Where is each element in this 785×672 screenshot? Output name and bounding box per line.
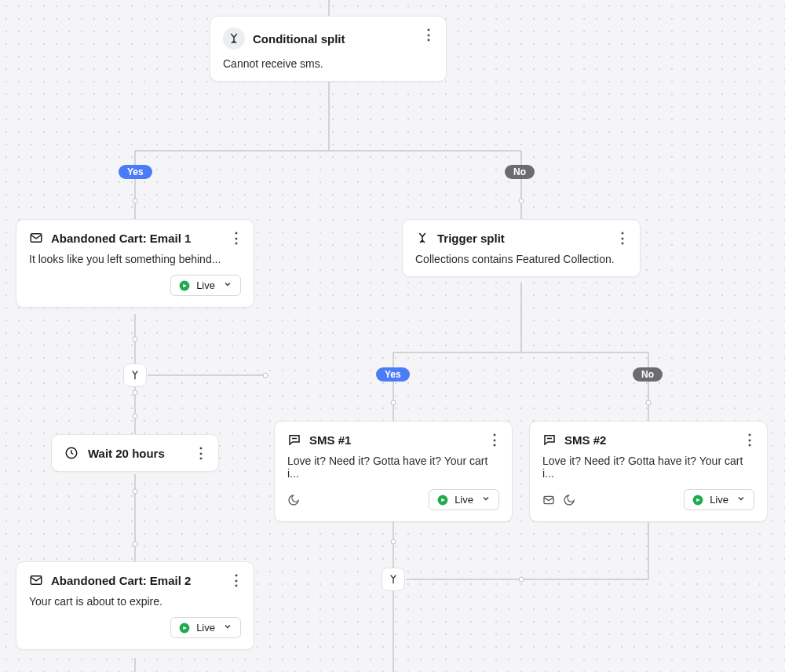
more-menu-button[interactable] bbox=[487, 432, 502, 447]
status-live-icon bbox=[179, 280, 190, 291]
node-wait[interactable]: Wait 20 hours bbox=[51, 434, 219, 472]
status-label: Live bbox=[710, 494, 728, 506]
node-email-2[interactable]: Abandoned Cart: Email 2 Your cart is abo… bbox=[16, 561, 254, 650]
wait-label: Wait 20 hours bbox=[88, 447, 165, 460]
card-title: Abandoned Cart: Email 1 bbox=[51, 232, 191, 245]
conn-dot bbox=[646, 400, 652, 406]
status-select[interactable]: Live bbox=[684, 489, 754, 510]
node-sms-2[interactable]: SMS #2 Love it? Need it? Gotta have it? … bbox=[529, 421, 768, 522]
more-menu-button[interactable] bbox=[742, 432, 758, 447]
path-badge-no: No bbox=[505, 165, 535, 179]
status-label: Live bbox=[196, 279, 215, 291]
chevron-down-icon bbox=[481, 494, 491, 506]
conn-dot bbox=[133, 199, 138, 204]
quiet-hours-icon bbox=[287, 494, 300, 506]
card-description: Collections contains Featured Collection… bbox=[415, 253, 627, 265]
conn-dot bbox=[133, 489, 138, 495]
path-badge-no: No bbox=[633, 367, 663, 382]
chevron-down-icon bbox=[223, 279, 232, 291]
conn-dot bbox=[133, 337, 138, 342]
card-description: Love it? Need it? Gotta have it? Your ca… bbox=[542, 455, 754, 480]
email-icon bbox=[29, 231, 43, 245]
status-label: Live bbox=[196, 622, 215, 634]
chevron-down-icon bbox=[223, 622, 232, 634]
status-select[interactable]: Live bbox=[170, 275, 241, 296]
status-live-icon bbox=[692, 495, 703, 506]
status-select[interactable]: Live bbox=[429, 489, 499, 510]
merge-node[interactable] bbox=[123, 363, 147, 387]
card-description: Cannot receive sms. bbox=[223, 57, 433, 70]
more-menu-button[interactable] bbox=[421, 27, 436, 42]
conn-dot bbox=[133, 542, 138, 547]
card-description: It looks like you left something behind.… bbox=[29, 253, 241, 265]
conn-dot bbox=[133, 390, 138, 396]
email-icon bbox=[29, 573, 43, 587]
node-sms-1[interactable]: SMS #1 Love it? Need it? Gotta have it? … bbox=[274, 421, 513, 522]
sms-icon bbox=[542, 433, 557, 447]
chevron-down-icon bbox=[736, 494, 746, 506]
node-email-1[interactable]: Abandoned Cart: Email 1 It looks like yo… bbox=[16, 219, 254, 308]
conn-dot bbox=[391, 539, 396, 545]
card-title: Abandoned Cart: Email 2 bbox=[51, 574, 191, 587]
more-menu-button[interactable] bbox=[615, 230, 630, 246]
card-title: Trigger split bbox=[437, 232, 505, 245]
card-title: SMS #1 bbox=[309, 433, 351, 447]
more-menu-button[interactable] bbox=[193, 445, 209, 461]
card-title: SMS #2 bbox=[564, 433, 606, 447]
split-icon bbox=[415, 231, 429, 245]
path-badge-yes: Yes bbox=[376, 367, 410, 382]
conn-dot bbox=[519, 199, 524, 204]
conn-dot bbox=[263, 373, 268, 378]
conn-dot bbox=[133, 414, 138, 419]
card-title: Conditional split bbox=[253, 32, 345, 46]
conn-dot bbox=[391, 400, 396, 406]
conn-dot bbox=[519, 577, 524, 583]
status-select[interactable]: Live bbox=[170, 617, 241, 638]
card-description: Your cart is about to expire. bbox=[29, 595, 241, 608]
more-menu-button[interactable] bbox=[228, 230, 244, 246]
status-live-icon bbox=[437, 495, 448, 506]
status-label: Live bbox=[455, 494, 473, 506]
more-menu-button[interactable] bbox=[228, 572, 244, 588]
email-icon bbox=[542, 494, 555, 506]
quiet-hours-icon bbox=[563, 494, 575, 506]
merge-node[interactable] bbox=[382, 568, 405, 591]
status-live-icon bbox=[179, 623, 190, 634]
clock-icon bbox=[64, 446, 78, 460]
path-badge-yes: Yes bbox=[119, 165, 152, 179]
node-conditional-split[interactable]: Conditional split Cannot receive sms. bbox=[210, 16, 447, 82]
sms-icon bbox=[287, 433, 301, 447]
node-trigger-split[interactable]: Trigger split Collections contains Featu… bbox=[402, 219, 641, 277]
card-description: Love it? Need it? Gotta have it? Your ca… bbox=[287, 455, 499, 480]
split-icon bbox=[223, 27, 245, 49]
